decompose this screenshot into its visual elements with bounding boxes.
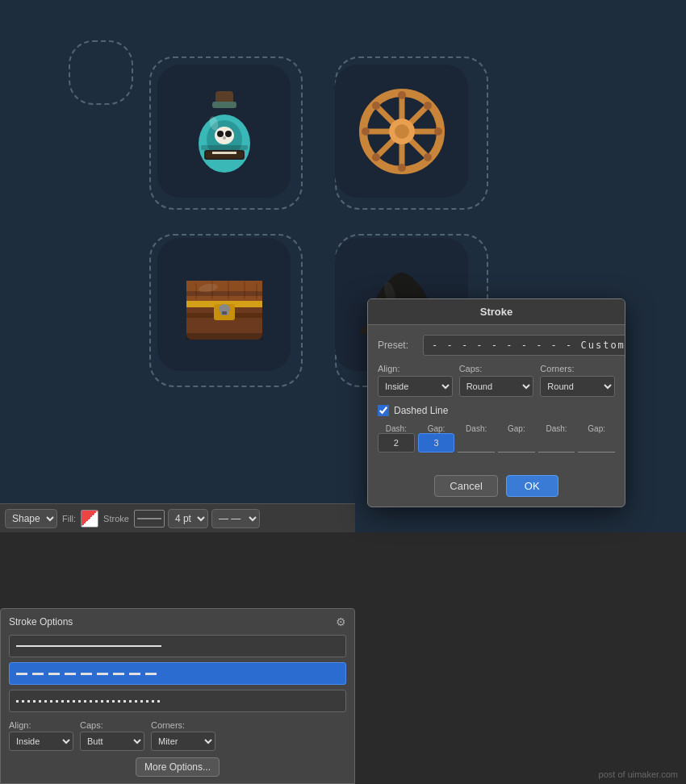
icon-card-wheel[interactable] xyxy=(335,65,468,198)
svg-point-6 xyxy=(225,131,232,137)
svg-point-23 xyxy=(395,124,409,139)
gap3-label: Gap: xyxy=(578,424,615,433)
stroke-label: Stroke xyxy=(103,514,129,523)
dialog-corners-select[interactable]: Round Miter Bevel xyxy=(540,376,615,397)
caps-col-label: Caps: xyxy=(459,364,534,373)
ok-button[interactable]: OK xyxy=(506,475,558,497)
gap1-col: Gap: xyxy=(418,424,455,452)
icon-card-chest[interactable] xyxy=(157,238,291,371)
dialog-align-select[interactable]: Inside Center Outside xyxy=(378,376,453,397)
pt-select[interactable]: 4 pt xyxy=(168,509,208,528)
stroke-options-bottom: Align: Inside Center Outside Caps: Butt … xyxy=(9,720,346,751)
corners-col: Corners: Round Miter Bevel xyxy=(540,364,615,397)
dialog-titlebar: Stroke xyxy=(368,299,625,325)
dialog-body: Preset: - - - - - - - - - - Custom —————… xyxy=(368,325,625,472)
corners-group: Corners: Miter Round Bevel xyxy=(151,720,215,751)
toolbar: Shape Fill: Stroke 4 pt — — — xyxy=(0,503,355,532)
solid-line xyxy=(16,645,161,647)
stroke-solid-option[interactable] xyxy=(9,635,346,657)
bottle-icon xyxy=(188,87,261,176)
panel-header: Stroke Options ⚙ xyxy=(9,615,346,628)
dialog-footer: Cancel OK xyxy=(368,472,625,507)
gear-icon[interactable]: ⚙ xyxy=(336,615,346,628)
align-label: Align: xyxy=(9,720,73,730)
stroke-dialog: Stroke Preset: - - - - - - - - - - Custo… xyxy=(367,298,625,507)
dash3-label: Dash: xyxy=(538,424,575,433)
watermark: post of uimaker.com xyxy=(599,769,678,779)
svg-point-5 xyxy=(217,131,224,137)
svg-point-31 xyxy=(372,153,380,161)
caps-label: Caps: xyxy=(80,720,144,730)
gap3-col: Gap: xyxy=(578,424,615,452)
svg-point-26 xyxy=(362,127,370,136)
align-group: Align: Inside Center Outside xyxy=(9,720,73,751)
dashed-line-checkbox[interactable] xyxy=(378,405,389,416)
caps-group: Caps: Butt Round Square xyxy=(80,720,144,751)
dash1-label: Dash: xyxy=(378,424,415,433)
panel-title: Stroke Options xyxy=(9,616,73,628)
dash3-line xyxy=(538,433,575,452)
svg-rect-40 xyxy=(222,311,227,315)
svg-rect-42 xyxy=(248,301,257,307)
align-select[interactable]: Inside Center Outside xyxy=(9,732,73,751)
svg-rect-49 xyxy=(186,333,262,340)
dialog-title: Stroke xyxy=(480,306,512,318)
gap3-line xyxy=(578,433,615,452)
svg-point-28 xyxy=(372,102,380,110)
svg-rect-2 xyxy=(212,102,236,108)
corners-select[interactable]: Miter Round Bevel xyxy=(151,732,215,751)
cancel-button[interactable]: Cancel xyxy=(434,475,497,497)
gap1-input[interactable] xyxy=(418,433,455,452)
svg-rect-41 xyxy=(191,301,201,307)
dash2-line xyxy=(458,433,495,452)
dash2-col: Dash: xyxy=(458,424,495,452)
align-col-label: Align: xyxy=(378,364,453,373)
svg-point-30 xyxy=(424,102,432,110)
dashed-line-label: Dashed Line xyxy=(394,405,448,416)
more-options-button[interactable]: More Options... xyxy=(136,757,220,777)
svg-point-25 xyxy=(398,164,406,172)
dash3-col: Dash: xyxy=(538,424,575,452)
stroke-dot-option[interactable] xyxy=(9,690,346,712)
dot-line xyxy=(16,700,161,703)
gap2-col: Gap: xyxy=(498,424,535,452)
fill-swatch[interactable] xyxy=(81,510,98,528)
dash-select[interactable]: — — — xyxy=(211,509,260,528)
dashed-bg-shape-6 xyxy=(69,40,133,105)
svg-point-29 xyxy=(424,153,432,161)
svg-point-7 xyxy=(223,136,226,140)
caps-select[interactable]: Butt Round Square xyxy=(80,732,144,751)
fill-label: Fill: xyxy=(62,514,76,523)
align-caps-corners: Align: Inside Center Outside Caps: Round… xyxy=(378,364,615,397)
preset-row: Preset: - - - - - - - - - - Custom —————… xyxy=(378,335,615,356)
preset-select[interactable]: - - - - - - - - - - Custom —————————— xyxy=(423,335,625,356)
gap1-label: Gap: xyxy=(418,424,455,433)
corners-label: Corners: xyxy=(151,720,215,730)
svg-rect-11 xyxy=(212,152,236,154)
dash1-col: Dash: xyxy=(378,424,415,452)
dash-line xyxy=(16,673,161,675)
dash1-input[interactable] xyxy=(378,433,415,452)
preset-label: Preset: xyxy=(378,340,416,351)
stroke-options-panel: Stroke Options ⚙ Align: Inside Center Ou… xyxy=(0,608,355,784)
stroke-dash-option[interactable] xyxy=(9,662,346,685)
svg-rect-10 xyxy=(201,145,248,150)
stroke-line-preview xyxy=(137,518,161,519)
icon-card-bottle[interactable] xyxy=(157,65,291,198)
stroke-swatch[interactable] xyxy=(134,510,165,528)
align-col: Align: Inside Center Outside xyxy=(378,364,453,397)
dialog-caps-select[interactable]: Round Butt Square xyxy=(459,376,534,397)
gap2-line xyxy=(498,433,535,452)
caps-col: Caps: Round Butt Square xyxy=(459,364,534,397)
stroke-preview-row xyxy=(9,635,346,712)
chest-icon xyxy=(180,269,269,341)
svg-point-24 xyxy=(398,91,406,99)
gap2-label: Gap: xyxy=(498,424,535,433)
watermark-text: post of uimaker.com xyxy=(599,769,678,779)
wheel-icon xyxy=(358,87,446,176)
dash-gap-grid: Dash: Gap: Dash: Gap: Dash: Gap: xyxy=(378,424,615,452)
svg-rect-34 xyxy=(186,291,262,296)
dash2-label: Dash: xyxy=(458,424,495,433)
shape-select[interactable]: Shape xyxy=(5,509,57,528)
corners-col-label: Corners: xyxy=(540,364,615,373)
